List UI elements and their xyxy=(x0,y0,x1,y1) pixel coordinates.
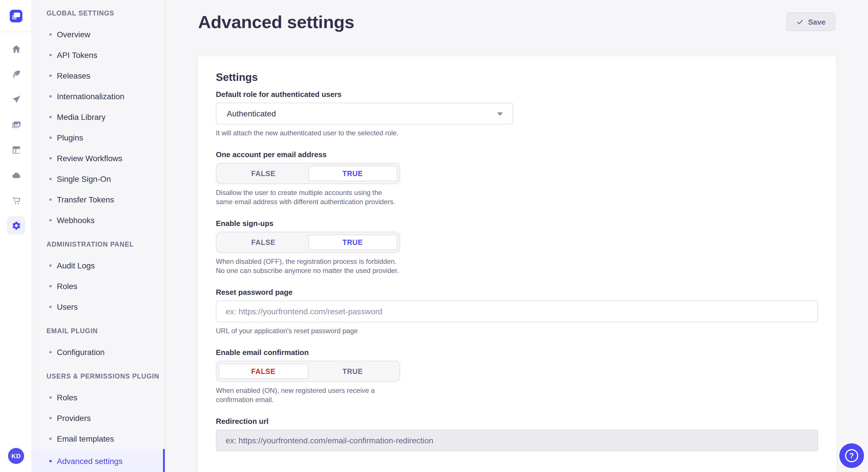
sidebar-item-label: Roles xyxy=(57,281,78,291)
bullet-dot xyxy=(50,285,52,287)
sidebar-item-transfer-tokens[interactable]: Transfer Tokens xyxy=(32,189,165,210)
cart-icon[interactable] xyxy=(5,189,28,212)
main-content: Advanced settings Save Settings Default … xyxy=(166,0,868,472)
sidebar-item-label: Roles xyxy=(57,393,78,402)
sidebar-item-label: Email templates xyxy=(57,434,114,443)
bullet-dot xyxy=(50,136,52,139)
home-icon[interactable] xyxy=(5,37,28,60)
sidebar-item-label: Audit Logs xyxy=(57,261,95,270)
field-hint-email-confirmation: When enabled (ON), new registered users … xyxy=(216,386,401,404)
sidebar-item-label: Single Sign-On xyxy=(57,174,111,183)
field-hint-one-account: Disallow the user to create multiple acc… xyxy=(216,188,401,206)
field-label-reset-password: Reset password page xyxy=(216,288,818,297)
sidebar-item-label: Configuration xyxy=(57,347,105,357)
sidebar-section-global-settings: GLOBAL SETTINGS xyxy=(32,8,165,19)
settings-card: Settings Default role for authenticated … xyxy=(197,56,836,472)
sidebar-item-review-workflows[interactable]: Review Workflows xyxy=(32,148,165,169)
logo-cell xyxy=(0,0,32,32)
sidebar-section-users-permissions-plugin: USERS & PERMISSIONS PLUGIN xyxy=(32,371,165,381)
sidebar-item-users[interactable]: Users xyxy=(32,297,165,317)
enable-signups-true-option[interactable]: TRUE xyxy=(308,235,397,250)
check-icon xyxy=(796,18,803,26)
sidebar-item-admin-roles[interactable]: Roles xyxy=(32,276,165,297)
bullet-dot xyxy=(50,417,52,419)
bullet-dot xyxy=(50,460,52,462)
save-button[interactable]: Save xyxy=(786,12,835,31)
sidebar-item-plugins[interactable]: Plugins xyxy=(32,127,165,148)
one-account-false-option[interactable]: FALSE xyxy=(219,166,308,181)
sidebar-item-label: Review Workflows xyxy=(57,154,122,163)
field-label-email-confirmation: Enable email confirmation xyxy=(216,348,818,357)
avatar[interactable]: KD xyxy=(8,448,24,464)
bullet-dot xyxy=(50,438,52,440)
email-confirmation-false-option[interactable]: FALSE xyxy=(219,364,308,379)
content-feather-icon[interactable] xyxy=(5,63,28,86)
bullet-dot xyxy=(50,157,52,160)
enable-signups-toggle: FALSE TRUE xyxy=(216,232,400,253)
sidebar-item-label: Webhooks xyxy=(57,216,95,225)
page-title: Advanced settings xyxy=(198,12,354,33)
bullet-dot xyxy=(50,95,52,98)
sidebar-item-label: Plugins xyxy=(57,133,83,142)
gear-icon[interactable] xyxy=(7,216,25,235)
field-label-default-role: Default role for authenticated users xyxy=(216,90,818,99)
one-account-toggle: FALSE TRUE xyxy=(216,163,400,184)
bullet-dot xyxy=(50,74,52,77)
chevron-down-icon xyxy=(497,112,503,116)
settings-section-title: Settings xyxy=(216,71,818,84)
sidebar-item-webhooks[interactable]: Webhooks xyxy=(32,210,165,231)
sidebar-item-audit-logs[interactable]: Audit Logs xyxy=(32,255,165,276)
sidebar-item-label: Users xyxy=(57,302,78,311)
sidebar-item-advanced-settings[interactable]: Advanced settings xyxy=(32,449,165,472)
sidebar-item-label: Media Library xyxy=(57,112,105,122)
bullet-dot xyxy=(50,351,52,353)
bullet-dot xyxy=(50,178,52,180)
sidebar-item-email-templates[interactable]: Email templates xyxy=(32,429,165,449)
sidebar-item-api-tokens[interactable]: API Tokens xyxy=(32,45,165,65)
redirection-url-input xyxy=(216,430,818,451)
sidebar-item-overview[interactable]: Overview xyxy=(32,24,165,45)
sidebar-item-up-roles[interactable]: Roles xyxy=(32,387,165,408)
sidebar-section-administration-panel: ADMINISTRATION PANEL xyxy=(32,239,165,249)
sidebar-item-label: Advanced settings xyxy=(57,456,123,465)
sidebar-item-label: API Tokens xyxy=(57,50,97,60)
field-label-one-account: One account per email address xyxy=(216,150,818,160)
field-hint-enable-signups: When disabled (OFF), the registration pr… xyxy=(216,257,401,275)
default-role-select-value: Authenticated xyxy=(227,109,276,118)
cloud-icon[interactable] xyxy=(5,164,28,187)
sidebar-section-email-plugin: EMAIL PLUGIN xyxy=(32,326,165,336)
email-confirmation-toggle: FALSE TRUE xyxy=(216,361,400,382)
sidebar-item-configuration[interactable]: Configuration xyxy=(32,342,165,363)
sidebar-item-providers[interactable]: Providers xyxy=(32,408,165,429)
sidebar-item-internationalization[interactable]: Internationalization xyxy=(32,86,165,107)
send-plane-icon[interactable] xyxy=(5,88,28,111)
question-mark-icon: ? xyxy=(845,449,858,462)
bullet-dot xyxy=(50,219,52,222)
help-button[interactable]: ? xyxy=(839,443,864,468)
sidebar-item-media-library[interactable]: Media Library xyxy=(32,107,165,127)
bullet-dot xyxy=(50,116,52,118)
sidebar-item-label: Overview xyxy=(57,30,90,39)
save-button-label: Save xyxy=(808,18,826,26)
app-window: KD GLOBAL SETTINGS Overview API Tokens R… xyxy=(0,0,868,472)
bullet-dot xyxy=(50,33,52,36)
field-hint-default-role: It will attach the new authenticated use… xyxy=(216,129,818,138)
one-account-true-option[interactable]: TRUE xyxy=(308,166,397,181)
bullet-dot xyxy=(50,198,52,201)
media-images-icon[interactable] xyxy=(5,113,28,136)
strapi-logo[interactable] xyxy=(9,9,22,22)
default-role-select[interactable]: Authenticated xyxy=(216,103,513,125)
layout-columns-icon[interactable] xyxy=(5,138,28,161)
email-confirmation-true-option[interactable]: TRUE xyxy=(308,364,397,379)
sidebar-item-label: Releases xyxy=(57,71,90,80)
bullet-dot xyxy=(50,396,52,399)
sidebar-item-releases[interactable]: Releases xyxy=(32,65,165,86)
field-label-enable-signups: Enable sign-ups xyxy=(216,219,818,228)
field-label-redirection-url: Redirection url xyxy=(216,417,818,426)
sidebar-item-single-sign-on[interactable]: Single Sign-On xyxy=(32,169,165,189)
bullet-dot xyxy=(50,54,52,56)
field-hint-reset-password: URL of your application's reset password… xyxy=(216,326,818,336)
reset-password-input[interactable] xyxy=(216,301,818,322)
enable-signups-false-option[interactable]: FALSE xyxy=(219,235,308,250)
sidebar-item-label: Transfer Tokens xyxy=(57,195,114,204)
